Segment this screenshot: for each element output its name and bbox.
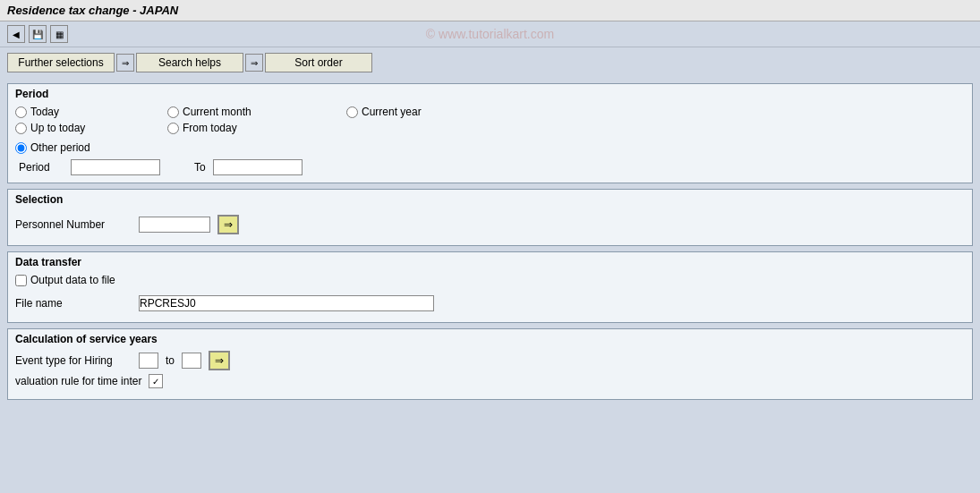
period-section-title: Period — [15, 88, 965, 100]
period-option-current-year: Current year — [346, 106, 525, 118]
radio-other-period[interactable] — [15, 142, 27, 154]
output-to-file-row: Output data to file — [15, 274, 965, 286]
tab-search-helps[interactable]: Search helps — [136, 53, 243, 72]
selection-section-title: Selection — [15, 193, 965, 206]
tab-search-helps-arrow[interactable]: ⇒ — [245, 54, 263, 72]
title-bar: Residence tax change - JAPAN — [0, 0, 980, 21]
valuation-rule-checkbox-display: ✓ — [149, 374, 163, 388]
watermark: © www.tutorialkart.com — [426, 27, 554, 41]
personnel-number-arrow-btn[interactable]: ⇒ — [217, 215, 239, 234]
save-icon[interactable]: 💾 — [29, 25, 47, 43]
personnel-number-row: Personnel Number ⇒ — [15, 211, 965, 238]
data-transfer-title: Data transfer — [15, 256, 965, 268]
period-options: Today Current month Current year Up to t… — [15, 106, 965, 134]
personnel-number-input[interactable] — [139, 217, 210, 233]
event-type-to-input[interactable] — [182, 353, 201, 369]
radio-up-to-today[interactable] — [15, 123, 27, 134]
calculation-title: Calculation of service years — [15, 333, 965, 345]
file-name-row: File name — [15, 292, 965, 315]
period-from-input[interactable] — [71, 159, 160, 175]
radio-today[interactable] — [15, 106, 27, 118]
valuation-rule-label: valuation rule for time inter — [15, 375, 141, 387]
event-type-label: Event type for Hiring — [15, 354, 132, 367]
personnel-number-label: Personnel Number — [15, 218, 132, 231]
period-to-label: To — [194, 161, 206, 174]
back-icon[interactable]: ◀ — [7, 25, 25, 43]
radio-current-month[interactable] — [167, 106, 179, 118]
main-content: Period Today Current month Current year … — [0, 78, 980, 405]
event-type-to-label: to — [166, 354, 175, 367]
label-other-period: Other period — [30, 141, 90, 154]
event-type-row: Event type for Hiring to ⇒ — [15, 351, 965, 370]
label-current-year: Current year — [362, 106, 422, 118]
label-today: Today — [30, 106, 59, 118]
page-title: Residence tax change - JAPAN — [7, 4, 178, 17]
period-option-current-month: Current month — [167, 106, 346, 118]
period-option-today: Today — [15, 106, 167, 118]
output-to-file-checkbox[interactable] — [15, 275, 27, 286]
tab-further-selections[interactable]: Further selections — [7, 53, 115, 72]
label-from-today: From today — [183, 122, 237, 134]
file-name-label: File name — [15, 297, 132, 310]
period-option-up-to-today: Up to today — [15, 122, 167, 134]
calculation-section: Calculation of service years Event type … — [7, 328, 973, 400]
label-current-month: Current month — [183, 106, 251, 118]
period-section: Period Today Current month Current year … — [7, 83, 973, 183]
period-from-label: Period — [19, 161, 64, 174]
selection-section: Selection Personnel Number ⇒ — [7, 189, 973, 246]
period-option-from-today: From today — [167, 122, 346, 134]
event-type-arrow-btn[interactable]: ⇒ — [209, 351, 230, 370]
valuation-rule-row: valuation rule for time inter ✓ — [15, 374, 965, 388]
label-up-to-today: Up to today — [30, 122, 85, 134]
find-icon[interactable]: ▦ — [50, 25, 68, 43]
tab-further-selections-arrow[interactable]: ⇒ — [116, 54, 134, 72]
period-fields: Period To — [15, 159, 965, 175]
data-transfer-section: Data transfer Output data to file File n… — [7, 251, 973, 323]
other-period-option: Other period — [15, 141, 965, 154]
tabs-bar: Further selections ⇒ Search helps ⇒ Sort… — [0, 47, 980, 78]
event-type-from-input[interactable] — [139, 353, 158, 369]
radio-current-year[interactable] — [346, 106, 358, 118]
output-to-file-label: Output data to file — [15, 274, 115, 286]
radio-other-period-row: Other period — [15, 141, 965, 154]
output-to-file-text: Output data to file — [30, 274, 115, 286]
toolbar: ◀ 💾 ▦ © www.tutorialkart.com — [0, 21, 980, 47]
file-name-input[interactable] — [139, 295, 434, 311]
radio-from-today[interactable] — [167, 123, 179, 134]
period-to-input[interactable] — [213, 159, 303, 175]
tab-sort-order[interactable]: Sort order — [265, 53, 372, 72]
